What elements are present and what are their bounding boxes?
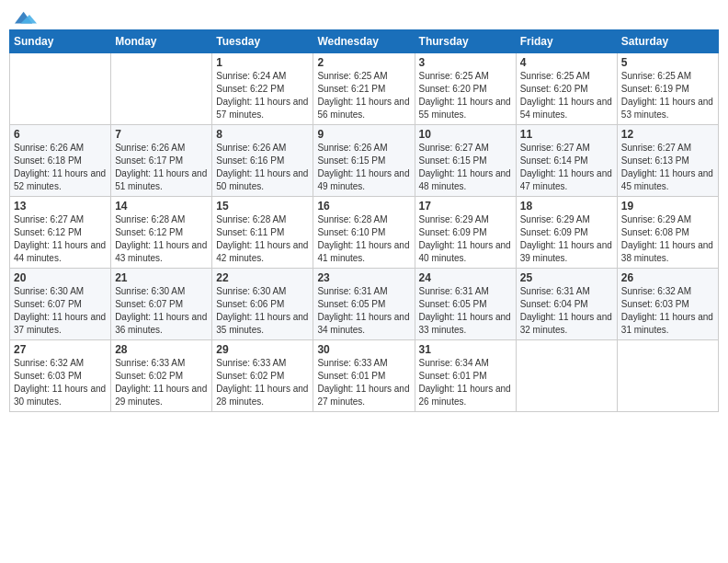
day-number: 15 [216, 200, 309, 213]
day-number: 25 [520, 271, 613, 284]
calendar-cell: 23Sunrise: 6:31 AM Sunset: 6:05 PM Dayli… [313, 269, 415, 340]
calendar-cell [10, 53, 111, 125]
day-info: Sunrise: 6:30 AM Sunset: 6:07 PM Dayligh… [115, 285, 208, 337]
day-number: 13 [14, 200, 107, 213]
calendar-cell: 2Sunrise: 6:25 AM Sunset: 6:21 PM Daylig… [313, 53, 415, 125]
weekday-header-row: SundayMondayTuesdayWednesdayThursdayFrid… [10, 30, 719, 53]
day-number: 11 [520, 128, 613, 141]
calendar-body: 1Sunrise: 6:24 AM Sunset: 6:22 PM Daylig… [10, 53, 719, 412]
day-info: Sunrise: 6:26 AM Sunset: 6:18 PM Dayligh… [14, 142, 107, 193]
day-info: Sunrise: 6:33 AM Sunset: 6:02 PM Dayligh… [216, 357, 309, 408]
weekday-header: Wednesday [313, 30, 415, 53]
day-number: 2 [317, 56, 410, 69]
day-info: Sunrise: 6:26 AM Sunset: 6:16 PM Dayligh… [216, 142, 309, 193]
day-number: 5 [621, 56, 714, 69]
day-number: 10 [419, 128, 512, 141]
weekday-header: Tuesday [212, 30, 313, 53]
day-number: 3 [419, 56, 512, 69]
day-info: Sunrise: 6:33 AM Sunset: 6:02 PM Dayligh… [115, 357, 208, 408]
calendar-cell: 10Sunrise: 6:27 AM Sunset: 6:15 PM Dayli… [415, 125, 516, 197]
calendar-cell: 25Sunrise: 6:31 AM Sunset: 6:04 PM Dayli… [516, 269, 617, 340]
calendar-week-row: 6Sunrise: 6:26 AM Sunset: 6:18 PM Daylig… [10, 125, 719, 197]
day-number: 18 [520, 200, 613, 213]
day-info: Sunrise: 6:32 AM Sunset: 6:03 PM Dayligh… [14, 357, 107, 408]
calendar-cell: 20Sunrise: 6:30 AM Sunset: 6:07 PM Dayli… [10, 269, 111, 340]
calendar-cell: 28Sunrise: 6:33 AM Sunset: 6:02 PM Dayli… [111, 340, 212, 412]
day-number: 1 [216, 56, 309, 69]
day-info: Sunrise: 6:31 AM Sunset: 6:05 PM Dayligh… [317, 285, 410, 337]
day-number: 31 [419, 343, 512, 356]
calendar-week-row: 13Sunrise: 6:27 AM Sunset: 6:12 PM Dayli… [10, 197, 719, 269]
day-number: 26 [621, 271, 714, 284]
day-info: Sunrise: 6:33 AM Sunset: 6:01 PM Dayligh… [317, 357, 410, 408]
day-number: 7 [115, 128, 208, 141]
calendar-cell: 31Sunrise: 6:34 AM Sunset: 6:01 PM Dayli… [415, 340, 516, 412]
day-number: 4 [520, 56, 613, 69]
weekday-header: Thursday [415, 30, 516, 53]
calendar-cell: 14Sunrise: 6:28 AM Sunset: 6:12 PM Dayli… [111, 197, 212, 269]
day-info: Sunrise: 6:24 AM Sunset: 6:22 PM Dayligh… [216, 70, 309, 121]
calendar-cell: 29Sunrise: 6:33 AM Sunset: 6:02 PM Dayli… [212, 340, 313, 412]
calendar-cell: 11Sunrise: 6:27 AM Sunset: 6:14 PM Dayli… [516, 125, 617, 197]
calendar-cell: 17Sunrise: 6:29 AM Sunset: 6:09 PM Dayli… [415, 197, 516, 269]
day-info: Sunrise: 6:31 AM Sunset: 6:05 PM Dayligh… [419, 285, 512, 337]
calendar-week-row: 1Sunrise: 6:24 AM Sunset: 6:22 PM Daylig… [10, 53, 719, 125]
calendar-cell [111, 53, 212, 125]
calendar-week-row: 27Sunrise: 6:32 AM Sunset: 6:03 PM Dayli… [10, 340, 719, 412]
day-info: Sunrise: 6:27 AM Sunset: 6:14 PM Dayligh… [520, 142, 613, 193]
day-info: Sunrise: 6:28 AM Sunset: 6:11 PM Dayligh… [216, 213, 309, 265]
day-number: 27 [14, 343, 107, 356]
day-number: 24 [419, 271, 512, 284]
calendar-cell: 4Sunrise: 6:25 AM Sunset: 6:20 PM Daylig… [516, 53, 617, 125]
day-info: Sunrise: 6:29 AM Sunset: 6:09 PM Dayligh… [520, 213, 613, 265]
day-number: 21 [115, 271, 208, 284]
calendar-cell [617, 340, 718, 412]
day-info: Sunrise: 6:29 AM Sunset: 6:08 PM Dayligh… [621, 213, 714, 265]
calendar-cell [516, 340, 617, 412]
day-number: 30 [317, 343, 410, 356]
day-number: 12 [621, 128, 714, 141]
day-number: 28 [115, 343, 208, 356]
weekday-header: Friday [516, 30, 617, 53]
day-info: Sunrise: 6:25 AM Sunset: 6:21 PM Dayligh… [317, 70, 410, 121]
page-header [9, 9, 719, 24]
calendar-cell: 15Sunrise: 6:28 AM Sunset: 6:11 PM Dayli… [212, 197, 313, 269]
calendar-cell: 18Sunrise: 6:29 AM Sunset: 6:09 PM Dayli… [516, 197, 617, 269]
day-number: 20 [14, 271, 107, 284]
day-number: 23 [317, 271, 410, 284]
logo [13, 9, 37, 24]
day-number: 14 [115, 200, 208, 213]
day-info: Sunrise: 6:26 AM Sunset: 6:17 PM Dayligh… [115, 142, 208, 193]
day-info: Sunrise: 6:30 AM Sunset: 6:06 PM Dayligh… [216, 285, 309, 337]
logo-icon [15, 9, 37, 28]
day-info: Sunrise: 6:27 AM Sunset: 6:12 PM Dayligh… [14, 213, 107, 265]
day-number: 9 [317, 128, 410, 141]
calendar-cell: 22Sunrise: 6:30 AM Sunset: 6:06 PM Dayli… [212, 269, 313, 340]
day-info: Sunrise: 6:30 AM Sunset: 6:07 PM Dayligh… [14, 285, 107, 337]
weekday-header: Sunday [10, 30, 111, 53]
day-number: 19 [621, 200, 714, 213]
calendar-cell: 26Sunrise: 6:32 AM Sunset: 6:03 PM Dayli… [617, 269, 718, 340]
day-info: Sunrise: 6:29 AM Sunset: 6:09 PM Dayligh… [419, 213, 512, 265]
calendar-cell: 19Sunrise: 6:29 AM Sunset: 6:08 PM Dayli… [617, 197, 718, 269]
calendar-cell: 12Sunrise: 6:27 AM Sunset: 6:13 PM Dayli… [617, 125, 718, 197]
calendar-table: SundayMondayTuesdayWednesdayThursdayFrid… [9, 29, 719, 412]
calendar-cell: 3Sunrise: 6:25 AM Sunset: 6:20 PM Daylig… [415, 53, 516, 125]
day-info: Sunrise: 6:28 AM Sunset: 6:10 PM Dayligh… [317, 213, 410, 265]
calendar-week-row: 20Sunrise: 6:30 AM Sunset: 6:07 PM Dayli… [10, 269, 719, 340]
day-number: 16 [317, 200, 410, 213]
day-number: 22 [216, 271, 309, 284]
day-number: 6 [14, 128, 107, 141]
calendar-cell: 6Sunrise: 6:26 AM Sunset: 6:18 PM Daylig… [10, 125, 111, 197]
day-info: Sunrise: 6:25 AM Sunset: 6:20 PM Dayligh… [520, 70, 613, 121]
day-info: Sunrise: 6:34 AM Sunset: 6:01 PM Dayligh… [419, 357, 512, 408]
calendar-cell: 13Sunrise: 6:27 AM Sunset: 6:12 PM Dayli… [10, 197, 111, 269]
day-number: 17 [419, 200, 512, 213]
calendar-cell: 5Sunrise: 6:25 AM Sunset: 6:19 PM Daylig… [617, 53, 718, 125]
day-info: Sunrise: 6:27 AM Sunset: 6:13 PM Dayligh… [621, 142, 714, 193]
calendar-cell: 16Sunrise: 6:28 AM Sunset: 6:10 PM Dayli… [313, 197, 415, 269]
day-info: Sunrise: 6:31 AM Sunset: 6:04 PM Dayligh… [520, 285, 613, 337]
day-info: Sunrise: 6:28 AM Sunset: 6:12 PM Dayligh… [115, 213, 208, 265]
day-info: Sunrise: 6:32 AM Sunset: 6:03 PM Dayligh… [621, 285, 714, 337]
calendar-cell: 21Sunrise: 6:30 AM Sunset: 6:07 PM Dayli… [111, 269, 212, 340]
